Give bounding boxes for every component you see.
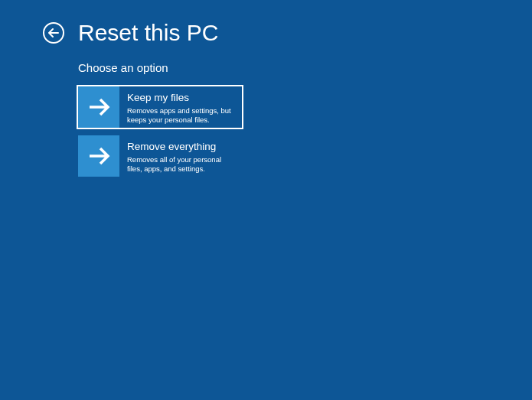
- option-keep-my-files[interactable]: Keep my files Removes apps and settings,…: [78, 86, 242, 128]
- option-title: Keep my files: [127, 91, 236, 105]
- option-remove-everything[interactable]: Remove everything Removes all of your pe…: [78, 135, 242, 177]
- option-desc: Removes all of your personal files, apps…: [127, 155, 236, 174]
- option-title: Remove everything: [127, 140, 236, 154]
- arrow-right-icon: [78, 135, 119, 177]
- back-button[interactable]: [43, 22, 64, 44]
- page-title: Reset this PC: [78, 21, 218, 44]
- subtitle: Choose an option: [78, 61, 532, 74]
- option-desc: Removes apps and settings, but keeps you…: [127, 106, 236, 125]
- arrow-left-icon: [48, 28, 59, 37]
- arrow-right-icon: [78, 86, 119, 128]
